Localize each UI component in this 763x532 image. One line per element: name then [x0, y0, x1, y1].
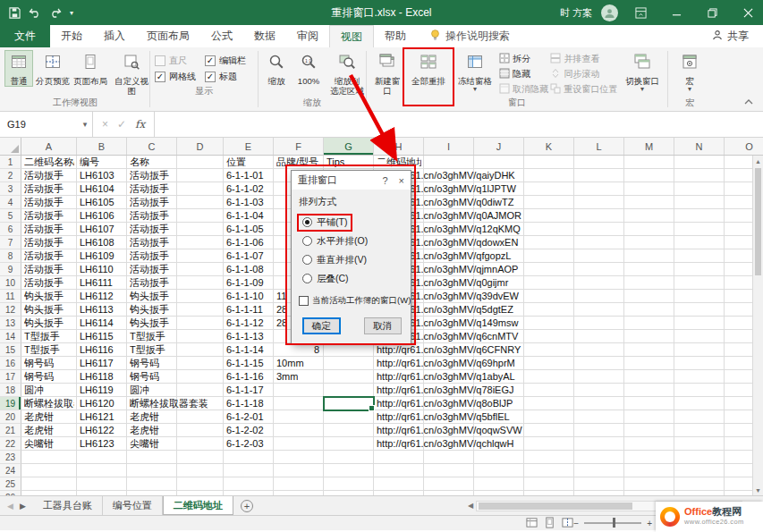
cell-N14[interactable] [674, 330, 725, 343]
cell-B16[interactable]: LH6117 [77, 357, 127, 370]
normal-view-button[interactable]: 普通 [4, 50, 33, 87]
cell-E7[interactable]: 6-1-1-06 [224, 236, 274, 249]
cell-D11[interactable] [177, 290, 224, 303]
cell-B8[interactable]: LH6109 [77, 249, 127, 263]
cell-C15[interactable]: T型扳手 [127, 343, 177, 357]
cell-G16[interactable] [324, 357, 374, 370]
cell-L18[interactable] [574, 384, 624, 397]
cell-B21[interactable]: LH6122 [77, 424, 127, 437]
cell-D14[interactable] [177, 330, 224, 343]
cell-C24[interactable] [127, 464, 177, 477]
normal-view-shortcut-icon[interactable] [526, 517, 538, 530]
cell-A21[interactable]: 老虎钳 [21, 424, 77, 437]
row-header-1[interactable]: 1 [0, 156, 21, 169]
tell-me-box[interactable]: 操作说明搜索 [429, 25, 510, 47]
tab-开始[interactable]: 开始 [50, 25, 93, 47]
cell-B25[interactable] [77, 477, 127, 491]
cell-C14[interactable]: T型扳手 [127, 330, 177, 343]
cell-C11[interactable]: 钩头扳手 [127, 290, 177, 303]
cell-M19[interactable] [624, 397, 674, 410]
macros-button[interactable]: 宏 ▾ [676, 50, 703, 93]
cell-N2[interactable] [674, 169, 725, 182]
cell-B4[interactable]: LH6105 [77, 196, 127, 209]
zoom-to-selection-button[interactable]: 缩放到 选定区域 [326, 50, 368, 97]
cell-K21[interactable] [524, 424, 574, 437]
column-header-I[interactable]: I [424, 138, 474, 155]
cell-A17[interactable]: 钢号码 [21, 370, 77, 384]
column-header-E[interactable]: E [224, 138, 274, 155]
cell-M4[interactable] [624, 196, 674, 209]
radio-option-3[interactable]: 垂直并排(V) [299, 253, 370, 267]
cell-H25[interactable] [374, 477, 424, 491]
cell-A18[interactable]: 圆冲 [21, 384, 77, 397]
windows-of-active-workbook-checkbox[interactable]: 当前活动工作簿的窗口(W) [299, 295, 403, 307]
cell-D12[interactable] [177, 303, 224, 317]
cell-E19[interactable]: 6-1-1-18 [224, 397, 274, 410]
customize-qat-icon[interactable]: ▾ [70, 9, 73, 17]
cell-J23[interactable] [474, 451, 524, 464]
column-header-F[interactable]: F [274, 138, 324, 155]
cell-G1[interactable]: Tips [324, 156, 374, 169]
cell-D9[interactable] [177, 263, 224, 276]
cell-K24[interactable] [524, 464, 574, 477]
show-check-编辑栏[interactable]: ✓编辑栏 [205, 55, 257, 67]
cell-M24[interactable] [624, 464, 674, 477]
row-header-4[interactable]: 4 [0, 196, 21, 209]
cell-K25[interactable] [524, 477, 574, 491]
cell-N8[interactable] [674, 249, 725, 263]
cell-A20[interactable]: 老虎钳 [21, 410, 77, 424]
cell-A8[interactable]: 活动扳手 [21, 249, 77, 263]
cell-K3[interactable] [524, 182, 574, 196]
cell-B10[interactable]: LH6111 [77, 276, 127, 290]
page-layout-shortcut-icon[interactable] [544, 517, 555, 530]
name-box[interactable]: G19 ▾ [0, 112, 93, 137]
cell-M12[interactable] [624, 303, 674, 317]
cell-K8[interactable] [524, 249, 574, 263]
cell-L21[interactable] [574, 424, 624, 437]
cell-C23[interactable] [127, 451, 177, 464]
cell-A12[interactable]: 钩头扳手 [21, 303, 77, 317]
cell-C16[interactable]: 钢号码 [127, 357, 177, 370]
cell-N13[interactable] [674, 317, 725, 330]
cell-A15[interactable]: T型扳手 [21, 343, 77, 357]
cell-A9[interactable]: 活动扳手 [21, 263, 77, 276]
cell-L15[interactable] [574, 343, 624, 357]
cell-N4[interactable] [674, 196, 725, 209]
cell-E10[interactable]: 6-1-1-09 [224, 276, 274, 290]
show-check-网格线[interactable]: ✓网格线 [155, 71, 205, 83]
cell-K20[interactable] [524, 410, 574, 424]
row-header-24[interactable]: 24 [0, 464, 21, 477]
cell-E4[interactable]: 6-1-1-03 [224, 196, 274, 209]
sheet-tab-工器具台账[interactable]: 工器具台账 [33, 496, 103, 515]
cell-N24[interactable] [674, 464, 725, 477]
vertical-scrollbar[interactable]: ▲ ▼ [752, 156, 763, 495]
column-header-A[interactable]: A [21, 138, 77, 155]
cell-E21[interactable]: 6-1-2-02 [224, 424, 274, 437]
save-icon[interactable] [9, 7, 21, 19]
cell-K16[interactable] [524, 357, 574, 370]
column-header-B[interactable]: B [77, 138, 127, 155]
cell-N25[interactable] [674, 477, 725, 491]
cell-M3[interactable] [624, 182, 674, 196]
row-header-18[interactable]: 18 [0, 384, 21, 397]
column-header-J[interactable]: J [474, 138, 524, 155]
row-header-3[interactable]: 3 [0, 182, 21, 196]
cell-M10[interactable] [624, 276, 674, 290]
cell-L2[interactable] [574, 169, 624, 182]
cell-A22[interactable]: 尖嘴钳 [21, 437, 77, 451]
cell-H15[interactable]: http://qr61.cn/o3ghMV/q6CFNRY [374, 343, 424, 357]
radio-option-1[interactable]: 平铺(T) [299, 215, 351, 230]
cell-E12[interactable]: 6-1-1-11 [224, 303, 274, 317]
ok-button[interactable]: 确定 [302, 317, 341, 334]
cell-B9[interactable]: LH6110 [77, 263, 127, 276]
cell-E11[interactable]: 6-1-1-10 [224, 290, 274, 303]
cell-B6[interactable]: LH6107 [77, 223, 127, 236]
switch-windows-button[interactable]: 切换窗口 ▾ [621, 50, 664, 93]
cell-H21[interactable]: http://qr61.cn/o3ghMV/qoqwSVW [374, 424, 424, 437]
tab-数据[interactable]: 数据 [243, 25, 286, 47]
page-break-preview-button[interactable]: 分页预览 [35, 50, 71, 87]
scroll-down-icon[interactable]: ▼ [753, 485, 763, 495]
sheet-tab-二维码地址[interactable]: 二维码地址 [163, 496, 233, 515]
cell-N6[interactable] [674, 223, 725, 236]
cell-A4[interactable]: 活动扳手 [21, 196, 77, 209]
